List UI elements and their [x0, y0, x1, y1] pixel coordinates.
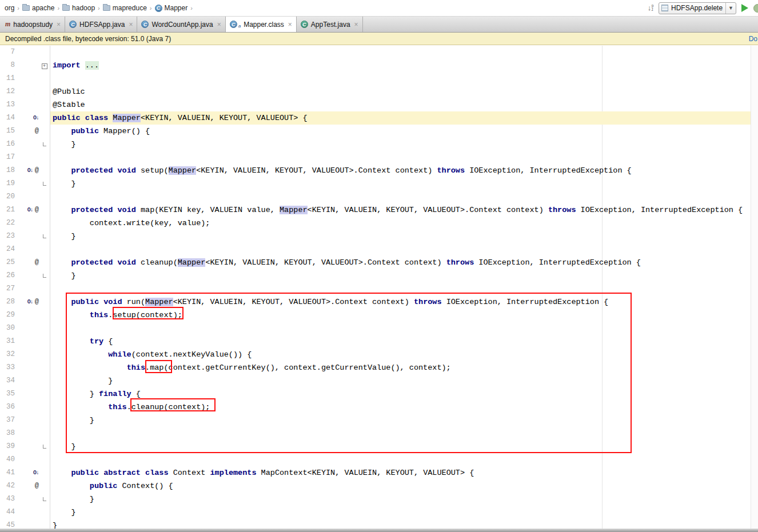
code-text: }	[50, 269, 758, 282]
partial-icon[interactable]	[753, 4, 758, 13]
tab-hdfsapp-java[interactable]: CHDFSApp.java×	[65, 17, 137, 32]
annotation-marker-icon[interactable]: @	[35, 125, 39, 138]
code-line-33[interactable]: 33 this.map(context.getCurrentKey(), con…	[0, 361, 758, 374]
code-line-30[interactable]: 30	[0, 322, 758, 335]
close-icon[interactable]: ×	[288, 21, 292, 29]
overridden-marker-icon[interactable]: O↓	[27, 295, 33, 309]
annotation-marker-icon[interactable]: @	[35, 256, 39, 269]
code-line-41[interactable]: 41O↓ public abstract class Context imple…	[0, 466, 758, 479]
fold-end-icon[interactable]	[43, 182, 46, 186]
code-line-21[interactable]: 21O↓@ protected void map(KEYIN key, VALU…	[0, 203, 758, 217]
keyword: protected	[71, 206, 113, 214]
gutter: 27	[0, 282, 50, 295]
plain-text	[53, 206, 71, 214]
code-line-32[interactable]: 32 while(context.nextKeyValue()) {	[0, 348, 758, 361]
code-line-25[interactable]: 25@ protected void cleanup(Mapper<KEYIN,…	[0, 256, 758, 269]
fold-end-icon[interactable]	[43, 274, 46, 278]
code-line-18[interactable]: 18O↓@ protected void setup(Mapper<KEYIN,…	[0, 164, 758, 177]
code-editor[interactable]: 78+import ...1112@Public13@Stable14O↓pub…	[0, 46, 758, 532]
annotation-marker-icon[interactable]: @	[35, 295, 39, 309]
code-line-26[interactable]: 26 }	[0, 269, 758, 282]
tab-label: hadoopstudy	[13, 21, 53, 29]
fold-end-icon[interactable]	[43, 234, 46, 238]
close-icon[interactable]: ×	[354, 21, 358, 29]
code-line-8[interactable]: 8+import ...	[0, 59, 758, 72]
plain-text	[53, 127, 71, 135]
code-text: this.setup(context);	[50, 309, 758, 322]
tab-apptest-java[interactable]: CAppTest.java×	[297, 17, 363, 32]
code-line-37[interactable]: 37 }	[0, 414, 758, 427]
code-line-34[interactable]: 34 }	[0, 374, 758, 387]
code-line-29[interactable]: 29 this.setup(context);	[0, 309, 758, 322]
code-line-12[interactable]: 12@Public	[0, 85, 758, 98]
code-line-42[interactable]: 42@ public Context() {	[0, 479, 758, 493]
line-number: 23	[0, 230, 15, 243]
fold-end-icon[interactable]	[43, 497, 46, 501]
code-line-11[interactable]: 11	[0, 72, 758, 85]
code-text: }	[50, 177, 758, 190]
code-line-24[interactable]: 24	[0, 243, 758, 256]
code-line-36[interactable]: 36 this.cleanup(context);	[0, 401, 758, 414]
close-icon[interactable]: ×	[57, 21, 61, 29]
plain-text	[53, 298, 71, 306]
code-line-16[interactable]: 16 }	[0, 138, 758, 151]
plain-text: (context.nextKeyValue()) {	[131, 350, 252, 359]
breadcrumb-item-mapper[interactable]: CMapper	[154, 3, 189, 13]
plain-text: <KEYIN, VALUEIN, KEYOUT, VALUEOUT> {	[141, 114, 308, 122]
tab-wordcountapp-java[interactable]: CWordCountApp.java×	[137, 17, 225, 32]
annotation-marker-icon[interactable]: @	[35, 203, 39, 217]
close-icon[interactable]: ×	[129, 21, 133, 29]
tab-mapper-class[interactable]: CaMapper.class×	[226, 17, 297, 32]
breadcrumb-item-hadoop[interactable]: hadoop	[61, 3, 96, 13]
code-line-13[interactable]: 13@Stable	[0, 98, 758, 111]
run-config-icon	[661, 5, 668, 11]
editor-scrollbar[interactable]	[751, 46, 758, 529]
code-line-35[interactable]: 35 } finally {	[0, 387, 758, 401]
annotation-marker-icon[interactable]: @	[35, 479, 39, 493]
keyword: void	[117, 206, 135, 214]
code-line-7[interactable]: 7	[0, 46, 758, 59]
code-line-39[interactable]: 39 }	[0, 440, 758, 453]
code-line-17[interactable]: 17	[0, 151, 758, 164]
close-icon[interactable]: ×	[217, 21, 221, 29]
sorted-lines-icon[interactable]: ↓ 91	[648, 5, 653, 11]
annotation-marker-icon[interactable]: @	[35, 164, 39, 177]
breadcrumb-item-org[interactable]: org	[3, 3, 15, 13]
breadcrumb-label: apache	[32, 4, 54, 12]
code-line-15[interactable]: 15@ public Mapper() {	[0, 125, 758, 138]
horizontal-scrollbar[interactable]	[0, 529, 758, 532]
code-line-19[interactable]: 19 }	[0, 177, 758, 190]
code-line-14[interactable]: 14O↓public class Mapper<KEYIN, VALUEIN, …	[0, 111, 758, 125]
fold-end-icon[interactable]	[43, 445, 46, 449]
code-line-20[interactable]: 20	[0, 190, 758, 203]
fold-end-icon[interactable]	[43, 142, 46, 146]
overridden-marker-icon[interactable]: O↓	[27, 203, 33, 217]
gutter-icons	[15, 401, 39, 414]
overridden-marker-icon[interactable]: O↓	[33, 111, 39, 125]
gutter-icons	[15, 217, 39, 230]
code-line-43[interactable]: 43 }	[0, 493, 758, 506]
breadcrumb-item-apache[interactable]: apache	[21, 3, 55, 13]
breadcrumb-item-mapreduce[interactable]: mapreduce	[102, 3, 148, 13]
code-line-44[interactable]: 44 }	[0, 506, 758, 519]
gutter-icons	[15, 335, 39, 348]
overridden-marker-icon[interactable]: O↓	[27, 164, 33, 177]
breadcrumb-separator: ›	[17, 5, 19, 11]
overridden-marker-icon[interactable]: O↓	[33, 466, 39, 479]
code-line-38[interactable]: 38	[0, 427, 758, 440]
tab-hadoopstudy[interactable]: mhadoopstudy×	[1, 17, 65, 32]
keyword: protected	[71, 166, 113, 175]
banner-link[interactable]: Do	[749, 35, 757, 43]
run-button[interactable]	[741, 4, 748, 12]
code-line-27[interactable]: 27	[0, 282, 758, 295]
code-line-23[interactable]: 23 }	[0, 230, 758, 243]
code-line-28[interactable]: 28O↓@ public void run(Mapper<KEYIN, VALU…	[0, 295, 758, 309]
code-line-22[interactable]: 22 context.write(key, value);	[0, 217, 758, 230]
code-line-31[interactable]: 31 try {	[0, 335, 758, 348]
keyword: protected	[71, 258, 113, 267]
run-config-select[interactable]: HDFSApp.delete ▼	[659, 2, 736, 14]
fold-column	[39, 138, 50, 151]
ide-window: org›apache›hadoop›mapreduce›CMapper› ↓ 9…	[0, 0, 758, 532]
code-line-40[interactable]: 40	[0, 453, 758, 466]
fold-expand-icon[interactable]: +	[42, 63, 47, 69]
